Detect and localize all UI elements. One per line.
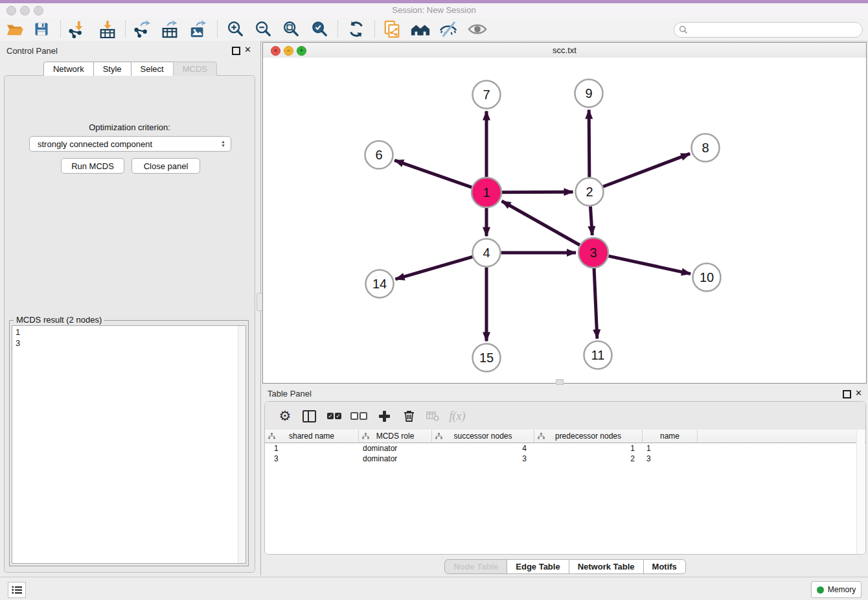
open-file-icon[interactable]: [5, 19, 25, 39]
float-panel-icon[interactable]: [232, 47, 240, 55]
network-canvas[interactable]: 7968124314101511: [263, 58, 866, 383]
cell-successor-nodes[interactable]: 4: [432, 443, 534, 454]
graph-node-2[interactable]: 2: [576, 178, 604, 206]
zoom-selected-icon[interactable]: [309, 19, 330, 39]
task-history-button[interactable]: [8, 582, 26, 598]
hierarchy-icon: [362, 433, 369, 439]
svg-text:8: 8: [702, 141, 709, 155]
graph-node-9[interactable]: 9: [575, 80, 603, 108]
cell-predecessor-nodes[interactable]: 1: [534, 443, 643, 454]
column-header-shared-name[interactable]: shared name: [265, 430, 359, 443]
cell-MCDS-role[interactable]: dominator: [359, 443, 432, 454]
export-image-icon[interactable]: [188, 19, 209, 39]
close-table-panel-icon[interactable]: ✕: [855, 388, 862, 398]
svg-text:3: 3: [589, 246, 597, 260]
close-panel-icon[interactable]: ✕: [244, 45, 251, 54]
column-header-successor-nodes[interactable]: successor nodes: [432, 430, 534, 443]
edge-4-14[interactable]: [395, 257, 472, 279]
zoom-out-icon[interactable]: [253, 19, 273, 39]
network-window-titlebar[interactable]: × − + scc.txt: [263, 43, 866, 58]
edge-2-9[interactable]: [589, 110, 589, 177]
table-tab-network-table[interactable]: Network Table: [569, 559, 644, 574]
function-builder-icon[interactable]: f(x): [447, 406, 468, 426]
table-tab-motifs[interactable]: Motifs: [643, 559, 686, 574]
cell-predecessor-nodes[interactable]: 2: [534, 454, 643, 464]
cell-shared-name[interactable]: 1: [265, 443, 359, 454]
mcds-result-scrollbar[interactable]: [238, 326, 246, 563]
show-all-icon[interactable]: [467, 19, 488, 39]
cell-name[interactable]: 1: [643, 443, 698, 454]
edge-1-6[interactable]: [394, 160, 472, 187]
search-input[interactable]: [688, 24, 862, 36]
split-columns-icon[interactable]: [299, 406, 319, 426]
add-column-icon[interactable]: [374, 406, 394, 426]
select-all-icon[interactable]: ✓✓: [324, 406, 345, 426]
horizontal-splitter-handle[interactable]: [556, 379, 564, 385]
search-field[interactable]: [674, 22, 863, 38]
control-tab-mcds[interactable]: MCDS: [173, 62, 217, 76]
column-header-MCDS-role[interactable]: MCDS role: [359, 430, 432, 443]
cell-name[interactable]: 3: [643, 454, 698, 464]
table-settings-icon[interactable]: ⚙: [275, 406, 295, 426]
graph-node-14[interactable]: 14: [366, 270, 394, 298]
table-tab-edge-table[interactable]: Edge Table: [507, 559, 569, 574]
graph-node-4[interactable]: 4: [473, 239, 501, 267]
first-neighbors-icon[interactable]: [410, 19, 431, 39]
control-panel-header: Control Panel ✕: [0, 41, 260, 60]
zoom-in-icon[interactable]: [225, 19, 246, 39]
table-toolbar: ⚙ ✓✓ f(x): [265, 402, 865, 430]
edge-2-8[interactable]: [603, 154, 690, 187]
table-header-row: shared nameMCDS rolesuccessor nodesprede…: [265, 430, 865, 443]
edge-3-1[interactable]: [502, 201, 580, 245]
control-tab-select[interactable]: Select: [131, 62, 174, 76]
toolbar-separator: [60, 21, 61, 38]
table-scrollbar[interactable]: [856, 430, 865, 553]
criterion-dropdown[interactable]: strongly connected component ▲▼: [29, 136, 231, 152]
memory-status-icon: [817, 586, 824, 594]
import-table-icon[interactable]: [97, 19, 118, 39]
graph-node-3[interactable]: 3: [578, 238, 608, 268]
deselect-all-icon[interactable]: [348, 406, 369, 426]
graph-node-10[interactable]: 10: [693, 264, 721, 292]
column-header-predecessor-nodes[interactable]: predecessor nodes: [534, 430, 643, 443]
graph-node-6[interactable]: 6: [365, 141, 393, 169]
optimization-criterion-label: Optimization criterion:: [5, 122, 255, 132]
control-tab-network[interactable]: Network: [43, 62, 94, 76]
delete-table-icon[interactable]: [422, 406, 443, 426]
mcds-result-textarea[interactable]: 1 3: [12, 325, 246, 564]
refresh-icon[interactable]: [346, 19, 367, 39]
memory-button[interactable]: Memory: [811, 581, 862, 598]
clone-network-icon[interactable]: [382, 19, 402, 39]
graph-node-15[interactable]: 15: [473, 344, 501, 372]
table-tabs: Node TableEdge TableNetwork TableMotifs: [262, 559, 868, 574]
import-network-icon[interactable]: [67, 19, 87, 39]
column-header-name[interactable]: name: [643, 430, 698, 443]
close-panel-button[interactable]: Close panel: [131, 158, 200, 174]
hide-selected-icon[interactable]: [438, 19, 459, 39]
cell-successor-nodes[interactable]: 3: [432, 454, 534, 464]
export-table-icon[interactable]: [159, 19, 180, 39]
table-row[interactable]: 1dominator411: [265, 443, 865, 454]
zoom-fit-icon[interactable]: [280, 19, 301, 39]
edge-1-2[interactable]: [502, 192, 573, 192]
cell-shared-name[interactable]: 3: [265, 454, 359, 464]
edge-2-3[interactable]: [590, 206, 592, 235]
svg-text:6: 6: [375, 148, 382, 162]
dropdown-stepper-icon: ▲▼: [221, 140, 225, 148]
edge-3-10[interactable]: [608, 256, 691, 273]
graph-node-7[interactable]: 7: [473, 81, 501, 109]
export-network-icon[interactable]: [131, 19, 152, 39]
edge-3-11[interactable]: [594, 268, 597, 339]
float-table-panel-icon[interactable]: [843, 390, 851, 398]
graph-node-1[interactable]: 1: [472, 178, 501, 207]
run-mcds-button[interactable]: Run MCDS: [61, 158, 124, 174]
cell-MCDS-role[interactable]: dominator: [359, 454, 432, 464]
graph-node-11[interactable]: 11: [584, 341, 612, 369]
control-tab-style[interactable]: Style: [93, 62, 131, 76]
table-row[interactable]: 3dominator323: [265, 454, 865, 464]
mcds-tab-content: Optimization criterion: strongly connect…: [4, 75, 255, 573]
save-session-icon[interactable]: [31, 19, 52, 39]
graph-node-8[interactable]: 8: [692, 134, 720, 162]
table-tab-node-table[interactable]: Node Table: [444, 559, 507, 574]
delete-column-icon[interactable]: [398, 406, 419, 426]
